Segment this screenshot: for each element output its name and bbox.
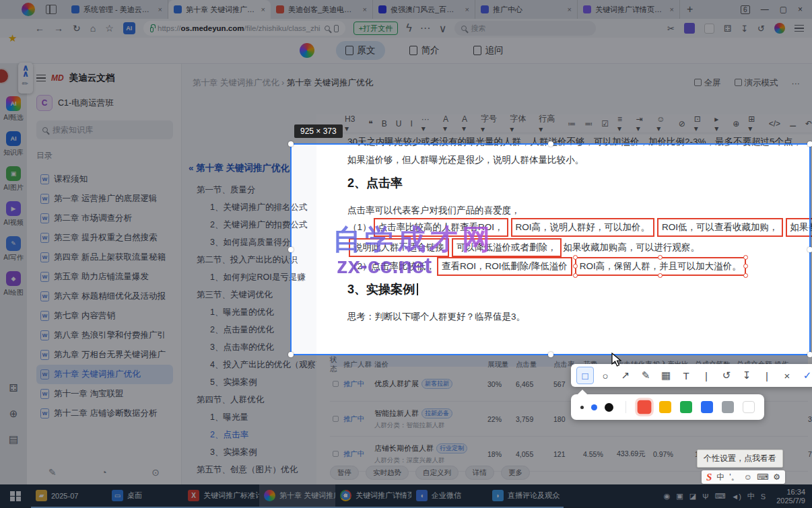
window-restore-button[interactable]: ▢ (780, 5, 787, 14)
toc-item[interactable]: 5、实操案例 (189, 373, 316, 391)
annotation-tool-button[interactable]: ○ (597, 367, 614, 384)
rail-item[interactable]: ▣ AI图片 (3, 166, 23, 192)
toc-item[interactable]: 2、关键词推广的扣费公式 (189, 216, 316, 233)
tray-icon[interactable]: ◪ (689, 492, 696, 501)
table-header-cell[interactable]: 展现量 (487, 360, 516, 369)
annotation-tool-button[interactable]: □ (576, 367, 594, 384)
editor-tool-button[interactable]: 行高 ▾ (539, 114, 559, 133)
annotation-tool-button[interactable]: × (778, 367, 796, 384)
chapter-item[interactable]: W 第二章 市场调查分析 (36, 209, 173, 228)
toc-title[interactable]: « 第十章 关键词推广优化 (189, 162, 316, 174)
taskbar-app[interactable]: ◗ 直播评论及观众 (487, 484, 564, 508)
forward-icon[interactable]: → (54, 23, 63, 34)
tab-count-badge[interactable]: 6 (741, 5, 750, 14)
editor-tool-button[interactable]: ≕ (584, 119, 593, 129)
tray-icon[interactable]: ◉ (664, 492, 671, 501)
editor-tool-button[interactable]: ⊡ ▾ (694, 114, 706, 133)
back-icon[interactable]: ← (35, 23, 44, 34)
ime-icon[interactable]: '。 (729, 472, 739, 483)
tray-icon[interactable]: ⌨ (714, 492, 725, 501)
translate-extension-icon[interactable] (684, 23, 695, 34)
fullscreen-button[interactable]: 全屏 (694, 77, 721, 89)
color-swatch[interactable] (743, 401, 755, 413)
chapter-item[interactable]: W 第十章 关键词推广优化 (36, 365, 173, 384)
text-segment[interactable]: ROI高，保留人群，并且可以加大溢价。 (575, 257, 746, 276)
color-swatch[interactable] (701, 401, 713, 413)
tab-close-icon[interactable]: × (670, 5, 674, 13)
flash-icon[interactable]: ϟ (406, 22, 411, 34)
editor-tool-button[interactable]: A ▾ (443, 114, 453, 133)
ai-assistant-icon[interactable]: AI (123, 22, 135, 34)
color-swatch[interactable] (638, 400, 652, 414)
rail-item[interactable]: ◆ AI绘图 (3, 271, 23, 297)
chapter-item[interactable]: W 第十一章 淘宝联盟 (36, 384, 173, 404)
editor-tool-button[interactable]: ☑ (601, 119, 609, 129)
toc-item[interactable]: 第五节、创意（图片）优化 (189, 461, 316, 478)
annotation-tool-button[interactable]: ↧ (738, 367, 755, 384)
content-mode-tab[interactable]: 原文 (336, 41, 385, 60)
editor-tool-button[interactable]: A ▾ (462, 114, 472, 133)
taskbar-app[interactable]: ▰ 2025-07 (31, 484, 107, 508)
toc-item[interactable]: 1、曝光量的优化 (189, 303, 316, 321)
editor-tool-button[interactable]: ⇥ ▾ (636, 114, 648, 133)
tab-close-icon[interactable]: × (568, 5, 572, 13)
toc-item[interactable]: 1、关键词推广的排名公式 (189, 198, 316, 216)
editor-tool-button[interactable]: ≔ (568, 119, 576, 129)
editor-tool-button[interactable]: H3 ▾ (345, 114, 360, 133)
taskbar-app[interactable]: X 关键词推广标准计... (183, 484, 259, 508)
toc-item[interactable]: 2、点击率 (189, 426, 316, 443)
tray-icon[interactable]: S (761, 493, 766, 501)
more-tools-icon[interactable]: ··· (420, 22, 431, 34)
tab-close-icon[interactable]: × (465, 5, 469, 13)
tab-close-icon[interactable]: × (158, 5, 162, 13)
rail-item[interactable]: AI AI甄选 (3, 96, 23, 122)
editor-tool-button[interactable]: U (396, 119, 402, 129)
history-icon[interactable]: ↺ (757, 24, 765, 34)
table-header-cell[interactable]: 状态 (330, 355, 343, 374)
double-chevron-up-icon[interactable]: ∧∧ (22, 65, 30, 77)
row-checkbox[interactable] (333, 451, 339, 457)
more-actions-button[interactable]: ··· (792, 79, 801, 88)
tab-close-icon[interactable]: × (261, 5, 265, 13)
toc-item[interactable]: 第四节、人群优化 (189, 391, 316, 408)
row-checkbox[interactable] (333, 381, 339, 387)
stroke-size-dot[interactable] (591, 404, 597, 410)
taskbar-app[interactable]: 关键词推广详情页... (335, 484, 411, 508)
theme-icon[interactable]: ◔ (101, 467, 106, 478)
rail-bottom-icon[interactable]: ⊕ (9, 408, 18, 420)
notes-extension-icon[interactable] (704, 24, 714, 34)
chapter-item[interactable]: W 第一章 运营推广的底层逻辑 (36, 189, 173, 209)
annotation-tool-button[interactable]: ✓ (799, 367, 812, 384)
color-swatch[interactable] (680, 401, 692, 413)
collapse-chevron-icon[interactable]: « (189, 163, 194, 173)
row-checkbox[interactable] (333, 416, 339, 422)
tray-icon[interactable]: ◄) (731, 493, 741, 501)
url-search-icon[interactable] (325, 26, 330, 31)
tray-icon[interactable]: Ψ (702, 493, 708, 501)
editor-tool-button[interactable]: ⊘ (679, 119, 685, 129)
browser-logo-icon[interactable] (22, 3, 35, 16)
chapter-item[interactable]: W 第三章 提升权重之自然搜索 (36, 228, 173, 248)
table-action-button[interactable]: 详情 (465, 466, 494, 480)
table-action-button[interactable]: 自定义列 (415, 466, 459, 480)
stroke-size-dot[interactable] (605, 403, 613, 412)
editor-tool-button[interactable]: ⚊ (789, 119, 797, 129)
puzzle-extensions-icon[interactable]: ⚃ (724, 24, 731, 34)
favorites-star-icon[interactable]: ★ (8, 32, 17, 44)
annotation-tool-button[interactable]: ✎ (637, 367, 654, 384)
collapse-widget[interactable]: ∧∧ ✎ (18, 63, 33, 94)
taskbar-app[interactable]: ◖ 企业微信 (411, 484, 487, 508)
color-swatch[interactable] (659, 401, 671, 413)
annotation-tool-button[interactable]: ▦ (657, 367, 675, 384)
annotation-tool-button[interactable]: ↺ (718, 367, 735, 384)
browser-tab[interactable]: 俊强澳门风云_百度搜索 × (373, 0, 475, 19)
sidebar-menu-icon[interactable] (36, 75, 46, 81)
table-header-cell[interactable]: 推广人群 (343, 360, 374, 369)
editor-tool-button[interactable]: </> (769, 119, 780, 129)
content-mode-tab[interactable]: 追问 (464, 41, 513, 60)
home-icon[interactable]: ⌂ (90, 23, 96, 34)
download-manager-icon[interactable]: ↧ (741, 24, 748, 34)
start-button[interactable] (0, 484, 31, 508)
taskbar-app[interactable]: 第十章 关键词推广... (259, 484, 335, 508)
tray-icon[interactable]: 中 (747, 491, 755, 501)
